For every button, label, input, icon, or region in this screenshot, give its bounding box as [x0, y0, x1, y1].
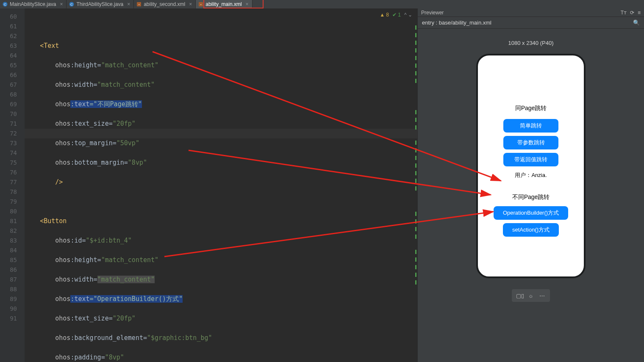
same-page-title: 同Page跳转 [515, 105, 547, 112]
diff-page-title: 不同Page跳转 [512, 193, 550, 201]
close-icon[interactable]: × [246, 2, 249, 7]
phone-screen: 同Page跳转 简单跳转 带参数跳转 带返回值跳转 用户：Anzia. 不同Pa… [483, 64, 579, 237]
phone-btn-setaction[interactable]: setAction()方式 [503, 223, 559, 237]
line-number-gutter: 6061626364656667686970717273747576777879… [3, 8, 25, 362]
tab-ability-main[interactable]: ⋆ ability_main.xml × [196, 0, 252, 8]
editor-tab-bar: C MainAbilitySlice.java × C ThirdAbility… [0, 0, 644, 8]
tab-third-ability-slice[interactable]: C ThirdAbilitySlice.java × [67, 0, 134, 8]
tab-label: ThirdAbilitySlice.java [76, 1, 123, 7]
previewer-title: Previewer [421, 10, 444, 16]
xml-file-icon: ⋆ [136, 2, 142, 7]
close-icon[interactable]: × [127, 2, 130, 7]
tab-ability-second[interactable]: ⋆ ability_second.xml × [134, 0, 196, 8]
tab-label: ability_second.xml [144, 1, 185, 7]
settings-icon[interactable]: ≡ [638, 10, 641, 16]
java-class-icon: C [69, 2, 74, 7]
phone-user-label: 用户：Anzia. [515, 171, 547, 179]
sun-icon[interactable]: ☼ [526, 291, 536, 300]
close-icon[interactable]: × [60, 2, 63, 7]
entry-path: entry : base/ability_main.xml [422, 19, 491, 26]
more-icon[interactable]: ⋯ [537, 291, 547, 300]
java-class-icon: C [3, 2, 8, 7]
close-icon[interactable]: × [189, 2, 192, 7]
refresh-icon[interactable]: ⟳ [630, 10, 634, 16]
phone-btn-return-jump[interactable]: 带返回值跳转 [503, 153, 558, 166]
svg-text:C: C [71, 3, 73, 6]
code-editor[interactable]: ▲ 8 ✔ 1 ^ ⌄ 6061626364656667686970717273… [0, 8, 417, 362]
phone-btn-operationbuilder[interactable]: OperationBuilder()方式 [494, 206, 568, 220]
svg-text:⋆: ⋆ [138, 3, 140, 6]
svg-text:⋆: ⋆ [200, 3, 202, 6]
layout-icon[interactable]: ▢▯ [515, 291, 525, 300]
xml-file-icon: ⋆ [198, 2, 203, 7]
preview-toolbar: ▢▯ ☼ ⋯ [512, 289, 550, 302]
code-lines[interactable]: <Text ohos:height="match_content" ohos:w… [25, 8, 417, 362]
phone-btn-simple-jump[interactable]: 简单跳转 [503, 119, 558, 133]
tab-label: MainAbilitySlice.java [10, 1, 56, 7]
search-icon[interactable]: 🔍 [633, 19, 640, 26]
previewer-panel: Previewer Tᴛ ⟳ ≡ entry : base/ability_ma… [417, 8, 644, 362]
device-caption: 1080 x 2340 (P40) [508, 40, 554, 46]
tab-main-ability-slice[interactable]: C MainAbilitySlice.java × [0, 0, 67, 8]
svg-text:C: C [4, 3, 6, 6]
tab-label: ability_main.xml [205, 1, 242, 7]
device-frame: 同Page跳转 简单跳转 带参数跳转 带返回值跳转 用户：Anzia. 不同Pa… [476, 54, 586, 278]
phone-btn-param-jump[interactable]: 带参数跳转 [503, 136, 558, 149]
font-icon[interactable]: Tᴛ [621, 10, 627, 16]
